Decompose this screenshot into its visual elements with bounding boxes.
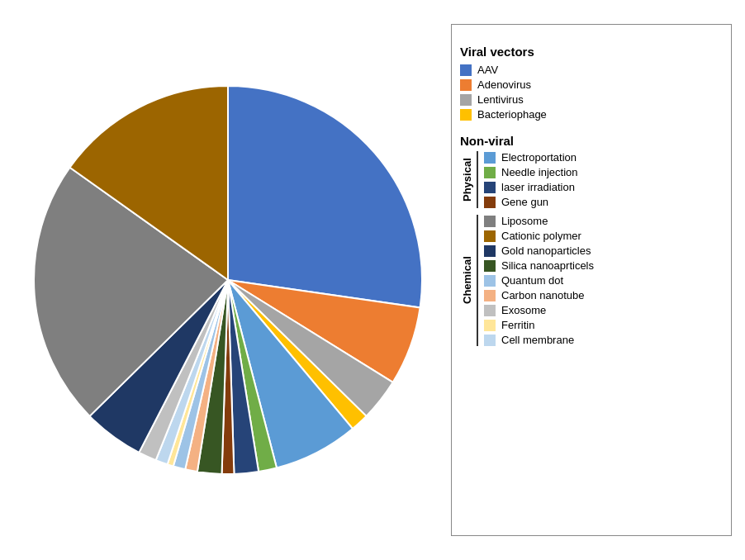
aav-label: AAV xyxy=(477,64,498,76)
needle-injection-swatch xyxy=(484,167,496,178)
main-container: Viral vectors AAV Adenovirus Lentivirus … xyxy=(0,0,745,560)
legend-item-cationic-polymer: Cationic polymer xyxy=(484,230,594,242)
chemical-subsection: Chemical Liposome Cationic polymer Gold … xyxy=(460,215,723,346)
cell-membrane-label: Cell membrane xyxy=(501,334,574,346)
cell-membrane-swatch xyxy=(484,335,496,346)
cationic-polymer-swatch xyxy=(484,230,496,242)
viral-section-title: Viral vectors xyxy=(460,45,723,59)
quantum-dot-label: Quantum dot xyxy=(501,274,563,287)
legend-item-silica: Silica nanoaprticels xyxy=(484,259,594,272)
legend-item-gold-nanoparticles: Gold nanoparticles xyxy=(484,244,594,257)
gene-gun-label: Gene gun xyxy=(501,196,548,208)
silica-swatch xyxy=(484,260,496,272)
liposome-swatch xyxy=(484,216,496,227)
aav-swatch xyxy=(460,64,472,76)
bacteriophage-label: Bacteriophage xyxy=(477,108,547,121)
lentivirus-swatch xyxy=(460,94,472,106)
ferritin-swatch xyxy=(484,320,496,331)
liposome-label: Liposome xyxy=(501,215,548,227)
needle-injection-label: Needle injection xyxy=(501,166,578,178)
legend-item-laser-irradiation: laser irradiation xyxy=(484,181,578,193)
chemical-items: Liposome Cationic polymer Gold nanoparti… xyxy=(484,215,594,346)
legend-item-quantum-dot: Quantum dot xyxy=(484,274,594,287)
legend-area: Viral vectors AAV Adenovirus Lentivirus … xyxy=(451,24,732,536)
cationic-polymer-label: Cationic polymer xyxy=(501,230,581,242)
gene-gun-swatch xyxy=(484,197,496,208)
adenovirus-label: Adenovirus xyxy=(477,78,531,91)
legend-item-exosome: Exosome xyxy=(484,304,594,316)
laser-irradiation-swatch xyxy=(484,182,496,193)
bacteriophage-swatch xyxy=(460,109,472,121)
legend-item-carbon-nanotube: Carbon nanotube xyxy=(484,289,594,301)
chart-area xyxy=(13,24,443,536)
ferritin-label: Ferritin xyxy=(501,319,534,331)
physical-subsection: Physical Electroportation Needle injecti… xyxy=(460,151,723,208)
silica-label: Silica nanoaprticels xyxy=(501,259,594,272)
slice-aav xyxy=(228,86,422,307)
gold-nanoparticles-label: Gold nanoparticles xyxy=(501,244,591,257)
chemical-label: Chemical xyxy=(460,215,478,346)
legend-item-aav: AAV xyxy=(460,64,723,76)
pie-chart xyxy=(21,74,434,486)
legend-item-adenovirus: Adenovirus xyxy=(460,78,723,91)
legend-item-liposome: Liposome xyxy=(484,215,594,227)
adenovirus-swatch xyxy=(460,79,472,91)
laser-irradiation-label: laser irradiation xyxy=(501,181,575,193)
carbon-nanotube-label: Carbon nanotube xyxy=(501,289,584,301)
electroportation-label: Electroportation xyxy=(501,151,577,164)
legend-item-cell-membrane: Cell membrane xyxy=(484,334,594,346)
exosome-label: Exosome xyxy=(501,304,546,316)
gold-nanoparticles-swatch xyxy=(484,245,496,257)
legend-item-lentivirus: Lentivirus xyxy=(460,93,723,106)
legend-item-gene-gun: Gene gun xyxy=(484,196,578,208)
nonviral-section-title: Non-viral xyxy=(460,134,723,148)
physical-label: Physical xyxy=(460,151,478,208)
exosome-swatch xyxy=(484,305,496,316)
legend-item-needle-injection: Needle injection xyxy=(484,166,578,178)
carbon-nanotube-swatch xyxy=(484,290,496,301)
electroportation-swatch xyxy=(484,152,496,164)
legend-item-electroportation: Electroportation xyxy=(484,151,578,164)
legend-item-bacteriophage: Bacteriophage xyxy=(460,108,723,121)
physical-items: Electroportation Needle injection laser … xyxy=(484,151,578,208)
legend-item-ferritin: Ferritin xyxy=(484,319,594,331)
lentivirus-label: Lentivirus xyxy=(477,93,524,106)
viral-items: AAV Adenovirus Lentivirus Bacteriophage xyxy=(460,64,723,121)
quantum-dot-swatch xyxy=(484,275,496,287)
